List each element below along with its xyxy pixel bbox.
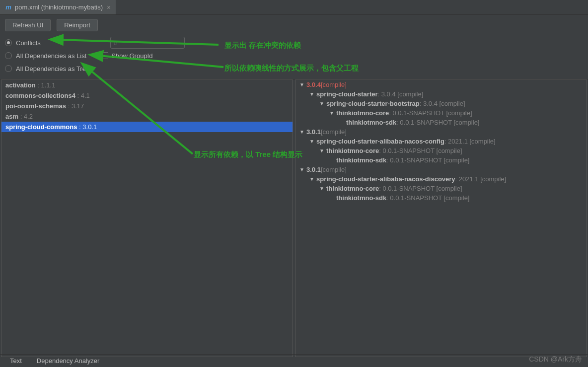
list-item[interactable]: commons-collections4 : 4.1 [1,90,293,101]
tab-bar: m pom.xml (thinkiotmno-mybatis) × [0,0,588,15]
chevron-down-icon[interactable]: ▼ [309,139,316,144]
chevron-down-icon[interactable]: ▼ [319,186,326,191]
tab-analyzer[interactable]: Dependency Analyzer [37,357,99,365]
status-bar: Text Dependency Analyzer [0,354,588,367]
tree-row[interactable]: thinkiotmno-sdk : 0.0.1-SNAPSHOT [compil… [295,118,587,127]
content-area: activation : 1.1.1commons-collections4 :… [0,79,588,358]
label-list: All Dependencies as List [16,52,86,60]
chevron-down-icon[interactable]: ▼ [309,91,316,97]
list-item[interactable]: asm : 4.2 [1,111,293,122]
tree-row[interactable]: thinkiotmno-sdk : 0.0.1-SNAPSHOT [compil… [295,155,587,165]
toolbar: Refresh UI Reimport [0,15,588,35]
label-conflicts: Conflicts [16,39,41,47]
tree-row[interactable]: ▼thinkiotmno-core : 0.0.1-SNAPSHOT [comp… [295,146,587,155]
refresh-button[interactable]: Refresh UI [5,19,51,31]
watermark: CSDN @Ark方舟 [529,355,582,364]
tab-title: pom.xml (thinkiotmno-mybatis) [15,3,103,11]
tree-row[interactable]: ▼spring-cloud-starter-bootstrap : 3.0.4 … [295,99,587,108]
radio-conflicts[interactable] [5,39,12,46]
tree-row[interactable]: ▼spring-cloud-starter-alibaba-nacos-conf… [295,137,587,146]
list-item[interactable]: poi-ooxml-schemas : 3.17 [1,101,293,111]
checkbox-groupid[interactable] [101,52,108,59]
list-item[interactable]: spring-cloud-commons : 3.0.1 [1,122,293,132]
chevron-down-icon[interactable]: ▼ [299,82,306,87]
chevron-down-icon[interactable]: ▼ [299,167,306,172]
tree-row[interactable]: ▼3.0.1 [compile] [295,127,587,137]
chevron-down-icon[interactable]: ▼ [319,148,326,153]
label-groupid: Show GroupId [111,52,152,60]
file-tab[interactable]: m pom.xml (thinkiotmno-mybatis) × [0,0,116,14]
dependency-tree-panel[interactable]: ▼3.0.4 [compile]▼spring-cloud-starter : … [295,79,587,357]
tree-row[interactable]: ▼3.0.1 [compile] [295,165,587,174]
tab-text[interactable]: Text [10,357,22,365]
chevron-down-icon[interactable]: ▼ [309,176,316,182]
list-item[interactable]: activation : 1.1.1 [1,80,293,90]
radio-tree[interactable] [5,65,12,72]
dependency-list-panel[interactable]: activation : 1.1.1commons-collections4 :… [1,79,293,357]
search-icon: ⌕ [114,39,117,46]
maven-icon: m [5,4,12,11]
chevron-down-icon[interactable]: ▼ [299,129,306,135]
close-icon[interactable]: × [107,3,111,11]
tree-row[interactable]: ▼spring-cloud-starter-alibaba-nacos-disc… [295,174,587,184]
filter-panel: Conflicts ⌕ All Dependencies as List Sho… [0,35,588,79]
tree-row[interactable]: ▼3.0.4 [compile] [295,80,587,89]
reimport-button[interactable]: Reimport [57,19,98,31]
chevron-down-icon[interactable]: ▼ [329,110,336,116]
label-tree: All Dependencies as Tree [16,65,89,73]
chevron-down-icon[interactable]: ▼ [319,101,326,106]
tree-row[interactable]: ▼thinkiotmno-core : 0.0.1-SNAPSHOT [comp… [295,108,587,118]
tree-row[interactable]: ▼thinkiotmno-core : 0.0.1-SNAPSHOT [comp… [295,184,587,193]
tree-row[interactable]: thinkiotmno-sdk : 0.0.1-SNAPSHOT [compil… [295,193,587,203]
tree-row[interactable]: ▼spring-cloud-starter : 3.0.4 [compile] [295,89,587,99]
radio-list[interactable] [5,52,12,59]
search-input[interactable]: ⌕ [110,37,185,49]
